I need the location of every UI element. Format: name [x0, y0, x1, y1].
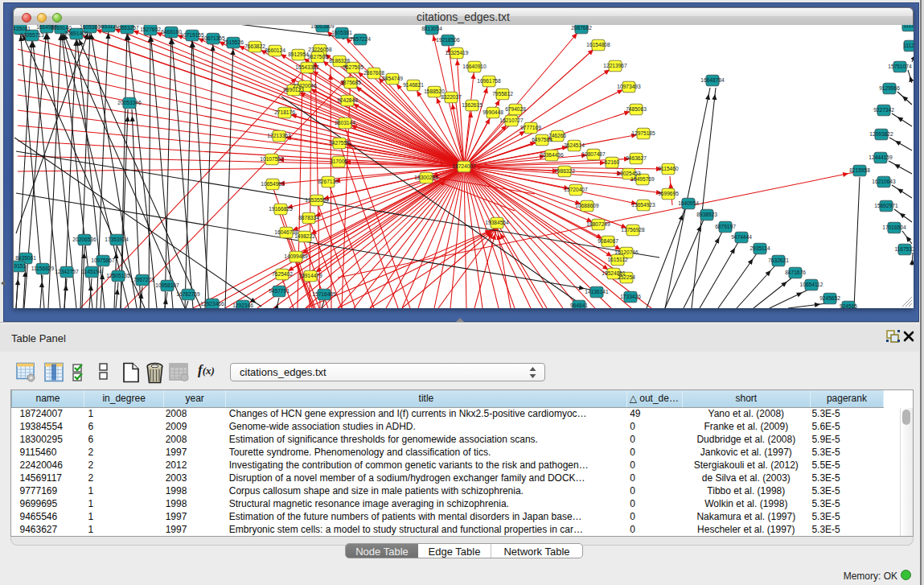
svg-text:7663822: 7663822 — [244, 43, 265, 49]
svg-text:8660124: 8660124 — [265, 47, 285, 53]
svg-text:14055713: 14055713 — [20, 32, 44, 38]
svg-text:9129966: 9129966 — [879, 85, 900, 91]
svg-text:16120746: 16120746 — [614, 249, 639, 255]
svg-text:8471676: 8471676 — [785, 270, 806, 275]
svg-text:1640954: 1640954 — [678, 200, 699, 206]
svg-text:2867608: 2867608 — [363, 70, 384, 76]
svg-text:16210727: 16210727 — [499, 117, 524, 123]
svg-text:39151: 39151 — [14, 263, 26, 269]
svg-text:9457791: 9457791 — [269, 288, 290, 294]
svg-text:2718176: 2718176 — [274, 109, 295, 115]
svg-text:1145194: 1145194 — [81, 269, 102, 274]
svg-text:1615112: 1615112 — [607, 257, 628, 262]
svg-text:3875685: 3875685 — [340, 80, 361, 85]
svg-text:7955812: 7955812 — [492, 91, 513, 97]
svg-text:14099489: 14099489 — [284, 253, 308, 259]
svg-text:2069140: 2069140 — [51, 25, 72, 31]
svg-text:9890123: 9890123 — [283, 87, 304, 93]
svg-text:20364436: 20364436 — [540, 152, 564, 158]
svg-text:252254: 252254 — [618, 274, 635, 280]
svg-text:18300295: 18300295 — [414, 175, 438, 180]
svg-text:2087682: 2087682 — [571, 25, 592, 31]
svg-text:20691406: 20691406 — [64, 31, 88, 36]
svg-text:924565: 924565 — [840, 303, 857, 308]
svg-text:9463627: 9463627 — [626, 155, 647, 161]
svg-text:8454749: 8454749 — [382, 76, 403, 81]
svg-text:15751074: 15751074 — [888, 64, 912, 69]
svg-text:9084067: 9084067 — [598, 238, 618, 244]
svg-text:13654923: 13654923 — [631, 202, 655, 208]
svg-text:10654965: 10654965 — [261, 181, 285, 187]
svg-text:12213967: 12213967 — [603, 63, 627, 68]
svg-text:16648784: 16648784 — [700, 77, 725, 83]
svg-text:10553257: 10553257 — [115, 25, 139, 31]
svg-text:16053809: 16053809 — [310, 25, 335, 29]
svg-text:9115460: 9115460 — [658, 166, 679, 171]
svg-text:19218506: 19218506 — [436, 37, 460, 43]
svg-text:8878334: 8878334 — [298, 215, 319, 220]
svg-text:10025453: 10025453 — [617, 171, 641, 176]
svg-text:1733426: 1733426 — [620, 294, 641, 299]
svg-text:17353924: 17353924 — [105, 237, 129, 242]
svg-text:10688609: 10688609 — [575, 203, 599, 208]
svg-text:19166825: 19166825 — [269, 206, 293, 212]
svg-text:7625402: 7625402 — [272, 271, 293, 277]
svg-text:6466160: 6466160 — [161, 29, 182, 35]
svg-text:1498222: 1498222 — [294, 233, 315, 239]
svg-text:8215958: 8215958 — [849, 167, 870, 173]
svg-text:18724007: 18724007 — [452, 163, 476, 169]
svg-text:12975185: 12975185 — [631, 130, 655, 136]
svg-text:9227342: 9227342 — [873, 107, 894, 113]
svg-text:8435061: 8435061 — [15, 255, 36, 261]
svg-text:16961758: 16961758 — [477, 78, 501, 84]
svg-text:1527602: 1527602 — [140, 27, 161, 32]
svg-text:9245652: 9245652 — [819, 295, 840, 301]
svg-text:746266: 746266 — [548, 133, 566, 138]
svg-text:9777169: 9777169 — [520, 125, 541, 130]
svg-text:8435061: 8435061 — [14, 26, 31, 31]
svg-text:15720407: 15720407 — [564, 187, 588, 192]
svg-text:1605381: 1605381 — [331, 30, 352, 35]
svg-text:1588520: 1588520 — [424, 89, 445, 94]
svg-text:7515526: 7515526 — [223, 39, 244, 45]
svg-text:9146821: 9146821 — [403, 82, 424, 88]
svg-text:62160: 62160 — [605, 159, 620, 165]
svg-text:11325419: 11325419 — [446, 50, 469, 56]
svg-text:10958107: 10958107 — [155, 282, 179, 288]
svg-text:10973493: 10973493 — [617, 84, 641, 89]
svg-text:20053346: 20053346 — [117, 100, 142, 105]
svg-text:16543382: 16543382 — [295, 64, 319, 70]
svg-text:10107552: 10107552 — [260, 156, 284, 162]
svg-text:15692971: 15692971 — [874, 203, 898, 208]
svg-text:14136141: 14136141 — [585, 289, 609, 295]
svg-text:8322037: 8322037 — [441, 94, 462, 100]
svg-text:16914479: 16914479 — [298, 273, 322, 278]
svg-text:16640910: 16640910 — [462, 64, 487, 69]
svg-text:17016504: 17016504 — [882, 225, 906, 230]
svg-text:6879197: 6879197 — [715, 224, 736, 229]
svg-text:10654112: 10654112 — [800, 282, 823, 287]
svg-text:9427552: 9427552 — [329, 140, 350, 146]
svg-text:3624514: 3624514 — [564, 142, 585, 148]
svg-text:2803144: 2803144 — [335, 120, 355, 126]
svg-text:9827506: 9827506 — [307, 54, 328, 60]
svg-text:12213363: 12213363 — [267, 133, 291, 138]
svg-text:2935114: 2935114 — [749, 245, 770, 251]
svg-text:18807249: 18807249 — [586, 221, 610, 227]
svg-text:12923466: 12923466 — [200, 301, 224, 307]
svg-text:20206536: 20206536 — [72, 237, 97, 242]
svg-text:8267130: 8267130 — [318, 179, 339, 184]
svg-text:1112: 1112 — [903, 25, 914, 28]
svg-text:1362615: 1362615 — [462, 102, 483, 108]
svg-text:13756928: 13756928 — [621, 227, 645, 233]
svg-text:23226058: 23226058 — [308, 47, 332, 52]
svg-text:10671355: 10671355 — [201, 35, 225, 41]
svg-text:9242848: 9242848 — [337, 97, 358, 103]
svg-text:12444159: 12444159 — [869, 154, 893, 160]
svg-text:19384554: 19384554 — [485, 220, 509, 225]
svg-text:8912954: 8912954 — [288, 51, 309, 57]
svg-text:16495769: 16495769 — [630, 176, 655, 182]
svg-text:9699695: 9699695 — [658, 191, 679, 196]
svg-text:12505135: 12505135 — [106, 273, 130, 278]
svg-text:964841: 964841 — [570, 303, 588, 308]
